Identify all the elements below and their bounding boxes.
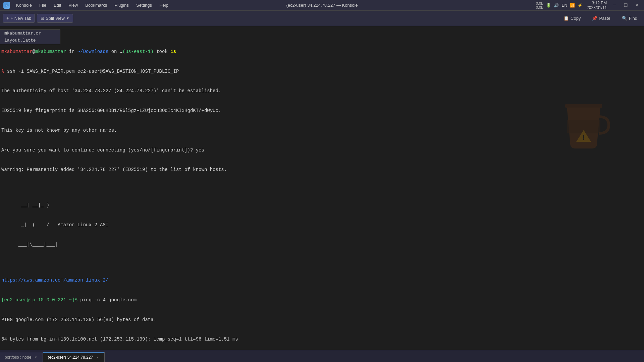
copy-icon: 📋: [564, 16, 569, 21]
prompt-arrow: λ: [1, 68, 4, 75]
tab-ec2-close[interactable]: ×: [95, 355, 100, 360]
menu-view[interactable]: View: [65, 1, 81, 9]
menu-konsole[interactable]: Konsole: [13, 1, 35, 9]
prompt-at: @: [32, 49, 35, 55]
window-maximize[interactable]: □: [622, 2, 630, 9]
prompt-region: (us-east-1): [122, 49, 153, 55]
copy-label: Copy: [571, 16, 581, 21]
prompt-time-value: 1s: [170, 49, 176, 55]
plus-icon: +: [6, 16, 9, 21]
tab-portfolio[interactable]: portfolio : node ×: [0, 352, 43, 362]
tab-bar: portfolio : node × (ec2-user) 34.224.78.…: [0, 350, 644, 362]
prompt-username: mkabumattar: [1, 49, 32, 55]
menu-file[interactable]: File: [36, 1, 50, 9]
paste-button[interactable]: 📌 Paste: [588, 14, 614, 22]
net-info: 0.0B 0.0B: [536, 1, 544, 9]
new-tab-button[interactable]: + + New Tab: [3, 14, 35, 23]
terminal-content: mkabumattar@mkabumattar in ~/Downloads o…: [1, 29, 643, 350]
terminal-area[interactable]: ! mkabumattar@mkabumattar in ~/Downloads…: [0, 26, 644, 350]
not-known-line: This key is not known by any other names…: [1, 127, 643, 134]
autocomplete-item-0[interactable]: mkabumattar.cr: [0, 30, 60, 37]
copy-button[interactable]: 📋 Copy: [559, 14, 585, 22]
search-icon: 🔍: [622, 16, 627, 21]
amazon-ascii-3: ___|\____|___|: [1, 242, 643, 248]
ping-result-1: 64 bytes from bg-in-f139.1e100.net (172.…: [1, 336, 643, 343]
amazon-ascii-1: __| __|_ ): [1, 202, 643, 209]
cloud-icon: ☁: [120, 49, 122, 55]
menu-bookmarks[interactable]: Bookmarks: [82, 1, 110, 9]
prompt-hostname: mkabumattar: [35, 49, 66, 55]
find-button[interactable]: 🔍 Find: [618, 14, 641, 22]
continue-prompt: Are you sure you want to continue connec…: [1, 147, 643, 154]
bluetooth-icon: ⚡: [578, 3, 583, 8]
sys-tray: 0.0B 0.0B 🔋 🔊 EN 📶 ⚡: [536, 1, 583, 9]
command-line: λ ssh -i $AWS_KEY_PAIR.pem ec2-user@$AWS…: [1, 68, 643, 75]
split-view-button[interactable]: ⊟ Split View ▼: [37, 14, 73, 23]
ping-command: ping -c 4 google.com: [77, 297, 137, 304]
amazon-ascii-2: _| ( / Amazon Linux 2 AMI: [1, 222, 643, 229]
volume-icon: 🔊: [554, 3, 559, 8]
ec2-prompt-line-1: [ec2-user@ip-10-0-0-221 ~]$ ping -c 4 go…: [1, 297, 643, 304]
language-indicator[interactable]: EN: [561, 3, 567, 8]
prompt-line: mkabumattar@mkabumattar in ~/Downloads o…: [1, 49, 643, 55]
clock-display: 3:12 PM 2023/01/11: [587, 1, 607, 10]
ssh-command: ssh -i $AWS_KEY_PAIR.pem ec2-user@$AWS_B…: [4, 68, 179, 75]
tab-portfolio-close[interactable]: ×: [33, 355, 38, 360]
ec2-prompt-text-1: [ec2-user@ip-10-0-0-221 ~]$: [1, 297, 77, 304]
amazon-url: https://aws.amazon.com/amazon-linux-2/: [1, 277, 643, 284]
prompt-on-keyword: on: [111, 49, 117, 55]
titlebar-left: K Konsole File Edit View Bookmarks Plugi…: [3, 1, 172, 9]
warning-added: Warning: Permanently added '34.224.78.22…: [1, 167, 643, 173]
tab-portfolio-label: portfolio : node: [5, 355, 31, 360]
split-view-label: Split View: [46, 16, 65, 21]
window-title: (ec2-user) 34.224.78.227 — Konsole: [286, 3, 358, 8]
split-view-icon: ⊟: [41, 16, 44, 21]
app-icon: K: [3, 2, 10, 9]
titlebar: K Konsole File Edit View Bookmarks Plugi…: [0, 0, 644, 11]
menu-plugins[interactable]: Plugins: [111, 1, 132, 9]
menu-edit[interactable]: Edit: [50, 1, 64, 9]
prompt-in-keyword: in: [69, 49, 75, 55]
titlebar-right: 0.0B 0.0B 🔋 🔊 EN 📶 ⚡ 3:12 PM 2023/01/11 …: [536, 1, 641, 10]
prompt-took-keyword: took: [156, 49, 168, 55]
new-tab-label: + New Tab: [11, 16, 32, 21]
toolbar-right-buttons: 📋 Copy 📌 Paste 🔍 Find: [559, 14, 641, 22]
menu-settings[interactable]: Settings: [133, 1, 155, 9]
window-close[interactable]: ×: [633, 2, 641, 9]
prompt-directory: ~/Downloads: [77, 49, 108, 55]
svg-text:K: K: [6, 4, 8, 7]
find-label: Find: [629, 16, 637, 21]
auth-warning: The authenticity of host '34.224.78.227 …: [1, 88, 643, 95]
menu-bar: Konsole File Edit View Bookmarks Plugins…: [13, 1, 172, 9]
fingerprint-line: ED25519 key fingerprint is SHA256:G0uHDB…: [1, 108, 643, 114]
paste-icon: 📌: [592, 16, 597, 21]
tab-ec2[interactable]: (ec2-user) 34.224.78.227 ×: [43, 352, 105, 362]
ping-header: PING google.com (172.253.115.139) 56(84)…: [1, 317, 643, 323]
tab-ec2-label: (ec2-user) 34.224.78.227: [48, 355, 93, 360]
autocomplete-popup: mkabumattar.cr layout.latte: [0, 29, 60, 44]
battery-icon: 🔋: [546, 3, 551, 8]
paste-label: Paste: [599, 16, 610, 21]
menu-help[interactable]: Help: [156, 1, 172, 9]
toolbar: + + New Tab ⊟ Split View ▼ 📋 Copy 📌 Past…: [0, 11, 644, 26]
chevron-down-icon: ▼: [66, 16, 69, 20]
wifi-icon: 📶: [570, 3, 575, 8]
autocomplete-item-1[interactable]: layout.latte: [0, 37, 60, 44]
window-minimize[interactable]: −: [611, 2, 618, 9]
